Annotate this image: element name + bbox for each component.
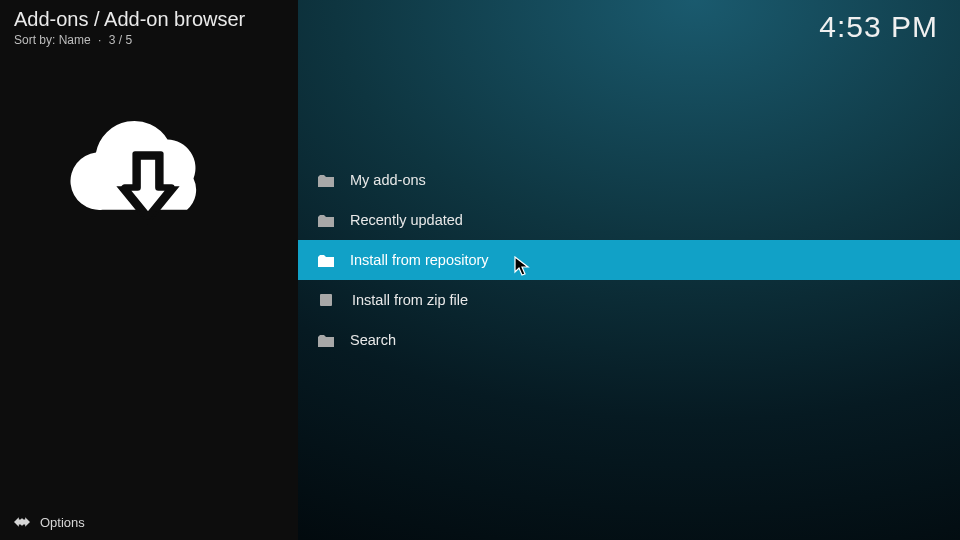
addon-list: My add-ons Recently updated Install from…	[298, 160, 960, 360]
list-item-label: Recently updated	[350, 212, 463, 228]
list-item-label: Install from zip file	[352, 292, 468, 308]
sidebar-panel: Add-ons / Add-on browser Sort by: Name ·…	[0, 0, 298, 540]
options-arrows-icon	[14, 514, 30, 530]
list-item-search[interactable]: Search	[298, 320, 960, 360]
sort-info: Sort by: Name · 3 / 5	[14, 33, 132, 47]
zip-file-icon	[320, 294, 332, 306]
list-item-install-from-repository[interactable]: Install from repository	[298, 240, 960, 280]
list-item-label: My add-ons	[350, 172, 426, 188]
list-item-install-from-zip[interactable]: Install from zip file	[298, 280, 960, 320]
options-button[interactable]: Options	[14, 514, 85, 530]
main-panel: 4:53 PM My add-ons Recently updated Inst…	[298, 0, 960, 540]
folder-icon	[318, 334, 334, 346]
sort-value: Name	[59, 33, 91, 47]
list-item-recently-updated[interactable]: Recently updated	[298, 200, 960, 240]
folder-icon	[318, 174, 334, 186]
clock: 4:53 PM	[819, 10, 938, 44]
list-item-label: Install from repository	[350, 252, 489, 268]
svg-marker-2	[21, 517, 30, 527]
list-position: 3 / 5	[109, 33, 132, 47]
sort-label: Sort by:	[14, 33, 55, 47]
breadcrumb: Add-ons / Add-on browser	[14, 8, 245, 31]
folder-icon	[318, 254, 334, 266]
folder-icon	[318, 214, 334, 226]
list-item-label: Search	[350, 332, 396, 348]
download-cloud-icon	[68, 120, 228, 254]
separator-dot: ·	[98, 33, 101, 47]
list-item-my-addons[interactable]: My add-ons	[298, 160, 960, 200]
options-label: Options	[40, 515, 85, 530]
